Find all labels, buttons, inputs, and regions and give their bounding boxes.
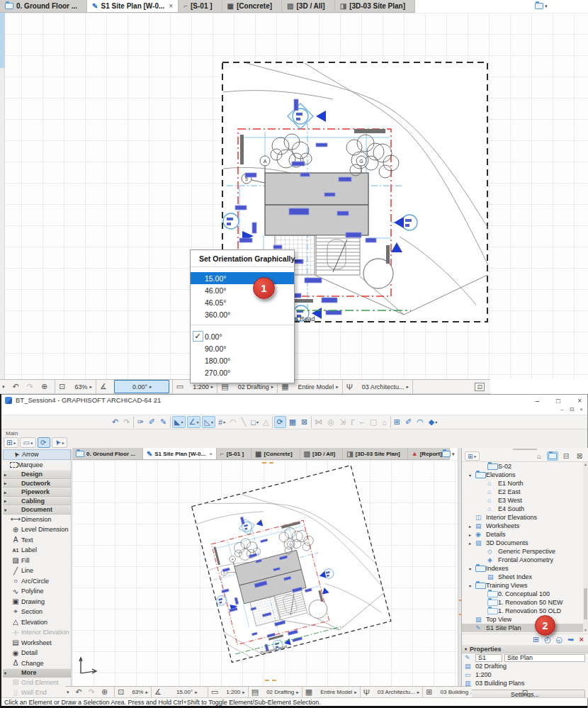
toolbar-button[interactable]: ⌐ xyxy=(358,416,366,428)
expand-icon[interactable]: ▸ xyxy=(4,481,10,485)
navigator-tree-item[interactable]: ⌂ E1 North xyxy=(462,479,588,488)
document-tab[interactable]: ⌐ [S-01 ] xyxy=(179,0,222,12)
status-segment[interactable] xyxy=(342,380,343,393)
navigator-action-button[interactable]: ➥ xyxy=(567,635,574,644)
status-segment[interactable]: Ψ xyxy=(344,380,358,393)
navigator-action-button[interactable]: ⊞ xyxy=(533,635,539,644)
orientation-option[interactable]: 360.00° xyxy=(191,308,294,320)
toolbox-item[interactable]: ∿ Polyline xyxy=(3,586,71,597)
status-segment[interactable] xyxy=(151,687,152,697)
status-segment[interactable]: ⊞ xyxy=(424,687,437,697)
toolbar-button[interactable]: ◆ ▾ xyxy=(427,416,439,428)
property-scale-row[interactable]: ▭ 1:200 xyxy=(462,670,588,679)
toolbar-button[interactable]: ↶ xyxy=(111,416,120,428)
status-segment[interactable] xyxy=(55,380,55,393)
mini-toolbar-button[interactable]: ➤ ▸ xyxy=(52,437,67,448)
mdi-restore-icon[interactable]: ⊡ xyxy=(570,406,575,412)
project-chooser-button[interactable]: ⊞ ▸ xyxy=(465,451,480,461)
orientation-option[interactable]: 15.00° xyxy=(191,272,294,284)
toolbar-button[interactable]: ◺ ▾ xyxy=(202,416,215,428)
toolbar-button[interactable]: ✑ xyxy=(135,416,145,428)
status-segment[interactable]: ▦ xyxy=(304,687,317,697)
document-tab[interactable]: 0. Ground Floor ... xyxy=(72,448,143,459)
document-tab[interactable]: ◨ [3D-03 Site Plan] xyxy=(335,0,415,12)
navigator-action-button[interactable]: ◵ xyxy=(556,635,563,644)
minimize-button[interactable]: – xyxy=(536,397,540,405)
tree-scrollbar[interactable]: ▲▼ xyxy=(583,462,588,632)
toolbox-item[interactable]: ▾ More xyxy=(3,668,71,678)
status-segment[interactable]: 63% ▸ xyxy=(71,380,94,393)
tab-overflow-button[interactable]: ▾ xyxy=(535,3,548,9)
scrollbar-thumb[interactable] xyxy=(0,13,5,68)
status-segment[interactable]: 03 Building ... ▸ xyxy=(438,687,472,697)
toolbar-button[interactable]: ⌂ xyxy=(380,416,389,428)
navigator-tree-item[interactable]: ▾ Indexes xyxy=(462,564,588,573)
toolbox-item[interactable]: ⌖ Section xyxy=(3,607,71,617)
status-segment[interactable]: ▤ xyxy=(250,687,264,697)
expand-icon[interactable]: ▾ xyxy=(4,670,10,675)
status-segment[interactable] xyxy=(360,687,361,697)
status-segment[interactable]: ⊕ xyxy=(39,380,53,393)
toolbar-button[interactable]: ╲ xyxy=(240,416,249,428)
toolbar-button[interactable] xyxy=(272,416,273,428)
view-name-field[interactable]: Site Plan xyxy=(504,654,585,662)
navigator-tree-item[interactable]: ◈ Frontal Axonometry xyxy=(462,556,588,564)
tab-overflow-button[interactable]: ▾ xyxy=(442,451,455,457)
navigator-tree-item[interactable]: ◫ Interior Elevations xyxy=(462,513,588,522)
toolbar-button[interactable]: ✎ xyxy=(159,416,169,428)
toolbox-item[interactable]: ⟷ Dimension xyxy=(3,515,71,525)
toolbox-item[interactable]: ⊕ Level Dimension xyxy=(3,524,71,535)
navigator-tree-item[interactable]: ▾ Training Views xyxy=(462,581,588,590)
status-segment[interactable]: 02 Drafting ▸ xyxy=(264,687,300,697)
navigator-map-button[interactable] xyxy=(547,451,558,461)
properties-header[interactable]: ▾Properties xyxy=(462,645,588,653)
navigator-action-button[interactable]: × xyxy=(579,635,584,644)
toolbox-item[interactable]: A1 Label xyxy=(3,545,71,556)
toolbox-item[interactable]: ▣ Drawing xyxy=(3,597,71,607)
toolbar-button[interactable]: ⊞ xyxy=(392,416,402,428)
toolbar-button[interactable]: # ▾ xyxy=(217,416,227,428)
toolbar-button[interactable]: △ xyxy=(261,416,271,428)
toolbox-item[interactable]: ▸ Cabling xyxy=(3,497,71,506)
toolbar-button[interactable]: □ ▾ xyxy=(249,416,260,428)
view-id-field[interactable]: S1 xyxy=(475,654,502,662)
navigator-tree-item[interactable]: S-02 xyxy=(462,462,588,471)
navigator-tree-item[interactable]: 1. Renovation 50 NEW xyxy=(462,598,588,607)
status-segment[interactable]: 03 Architectu... ▸ xyxy=(375,687,421,697)
toolbar-button[interactable]: ▦ xyxy=(288,416,298,428)
toolbar-button[interactable]: ⋈ xyxy=(313,416,324,428)
toolbox-item[interactable]: ○ Arc/Circle xyxy=(3,576,71,587)
mini-toolbar-button[interactable]: ⊞ ▸ xyxy=(4,437,18,448)
status-segment[interactable]: ↶ xyxy=(74,687,87,697)
expand-icon[interactable]: ▸ xyxy=(4,490,10,495)
document-tab[interactable]: ▧ [3D / All] xyxy=(300,448,344,459)
navigator-action-button[interactable]: ◴ xyxy=(544,635,551,644)
toolbar-button[interactable]: ▢ xyxy=(368,416,379,428)
dropdown-title-item[interactable]: Set Orientation Graphically... xyxy=(191,250,294,266)
close-button[interactable]: × xyxy=(577,397,582,405)
toolbar-button[interactable]: ◎ xyxy=(326,416,337,428)
status-segment[interactable]: 15.00° ▸ xyxy=(166,687,206,697)
toolbox-item[interactable]: ▤ Worksheet xyxy=(3,638,71,648)
drawing-canvas-bottom[interactable] xyxy=(72,460,458,686)
panel-dock-icon[interactable]: ⊡ xyxy=(522,689,528,697)
toolbox-item[interactable]: ◉ Detail xyxy=(3,648,71,658)
status-segment[interactable]: ▾ xyxy=(0,380,11,393)
status-segment[interactable] xyxy=(208,687,208,697)
status-segment[interactable]: ▾ xyxy=(65,687,74,697)
toolbox-item[interactable]: ▾ Document xyxy=(3,505,71,515)
toolbar-button[interactable]: ⊠ xyxy=(300,416,310,428)
status-segment[interactable] xyxy=(114,687,115,697)
status-segment[interactable] xyxy=(412,380,413,393)
expand-icon[interactable]: ▸ xyxy=(469,541,475,546)
navigator-tree-item[interactable]: ▸ ▤ Worksheets xyxy=(462,522,588,530)
status-segment[interactable] xyxy=(172,380,173,393)
toolbox-item[interactable]: ▯ Wall End xyxy=(3,687,71,698)
status-segment[interactable] xyxy=(422,687,423,697)
toolbox-item[interactable]: Δ Change xyxy=(3,658,71,669)
expand-icon[interactable]: ▾ xyxy=(469,583,475,588)
toolbar-button[interactable]: ✐ xyxy=(404,416,414,428)
document-tab[interactable]: ✎ S1 Site Plan [W-0... × xyxy=(87,0,179,12)
document-tab[interactable]: 0. Ground Floor ... xyxy=(0,0,87,12)
status-segment[interactable]: ⊡ xyxy=(473,380,490,393)
